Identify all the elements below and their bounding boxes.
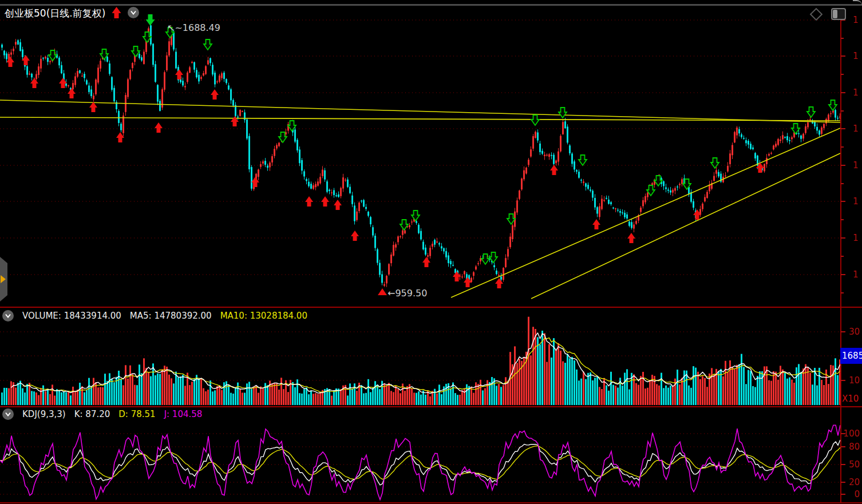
candles-layer [1, 22, 841, 287]
buy-signal-arrow-icon [321, 196, 329, 207]
axis-tick-label: 100 [843, 428, 860, 439]
sell-signal-arrow-icon [579, 155, 587, 165]
buy-signal-arrow-icon [550, 165, 558, 175]
high-price-annotation: ↖~1688.49 [167, 22, 220, 33]
chevron-down-icon [5, 412, 11, 416]
up-arrow-icon [112, 6, 121, 19]
buy-signal-arrow-icon [627, 233, 635, 243]
kdj-d-label: D: 78.51 [118, 409, 155, 419]
volume-scale-label: X10 [842, 394, 859, 404]
annotations-layer: ↖~1688.49←959.50 [167, 22, 427, 299]
axis-tick-label: 1 [853, 88, 859, 98]
down-arrow-icon [145, 14, 155, 26]
sell-signal-arrow-icon [288, 121, 296, 131]
buy-signal-arrow-icon [155, 122, 163, 133]
axis-tick-label: 1 [853, 233, 859, 243]
buy-signal-arrow-icon [59, 78, 67, 88]
axis-layer: 1111111130101008050200 [0, 15, 862, 503]
kdj-k-label: K: 87.20 [74, 409, 110, 419]
volume-ma5-label: MA5: 14780392.00 [130, 311, 212, 321]
low-price-annotation: ←959.50 [387, 288, 427, 299]
sell-signal-arrow-icon [792, 124, 800, 134]
kdj-j-label: J: 104.58 [164, 409, 203, 419]
axis-tick-label: 1 [853, 51, 859, 61]
low-point-triangle-marker [378, 288, 387, 295]
axis-tick-label: 1 [853, 196, 859, 207]
sell-signal-arrow-icon [143, 32, 151, 42]
sell-signal-arrow-icon [559, 108, 567, 118]
chart-title-bar: 创业板50(日线.前复权) [5, 6, 155, 20]
axis-tick-label: 1 [853, 160, 859, 170]
gridlines-layer [0, 20, 840, 494]
axis-tick-label: 1 [853, 124, 859, 134]
chevron-down-icon [130, 10, 137, 15]
sell-signal-arrow-icon [507, 214, 515, 224]
expand-panel-arrow-icon [1, 275, 6, 283]
axis-tick-label: 30 [849, 327, 860, 337]
axis-tick-label: 20 [849, 477, 860, 487]
kdj-panel-header: KDJ(9,3,3) K: 87.20 D: 78.51 J: 104.58 [2, 408, 202, 420]
sell-signal-arrow-icon [807, 107, 815, 117]
sell-signal-arrow-icon [204, 39, 212, 50]
buy-signal-arrow-icon [211, 89, 219, 100]
sidebar-expand-handle[interactable] [0, 257, 7, 301]
volume-ma10-line [23, 338, 840, 392]
axis-tick-label: 1 [853, 269, 859, 280]
sell-signal-arrow-icon [654, 176, 662, 186]
sell-signal-arrow-icon [489, 252, 497, 263]
buy-signal-arrow-icon [175, 69, 183, 80]
latest-price-badge: 1685 [840, 348, 862, 364]
stock-chart-app-window: ↖~1688.49←959.501111111130101008050200 创… [0, 0, 862, 504]
buy-signal-arrow-icon [453, 271, 461, 281]
toolbar-top-right [812, 8, 846, 20]
volume-ma10-label: MA10: 13028184.00 [220, 311, 307, 321]
axis-tick-label: 80 [849, 442, 860, 452]
buy-signal-arrow-icon [422, 257, 430, 267]
sell-signal-arrow-icon [132, 46, 140, 57]
buy-signal-arrow-icon [89, 102, 97, 112]
buy-signal-arrow-icon [592, 219, 600, 229]
diamond-icon[interactable] [810, 7, 823, 21]
signal-markers-layer [6, 27, 837, 288]
collapse-kdj-panel-button[interactable] [2, 408, 14, 420]
sell-signal-arrow-icon [49, 50, 57, 61]
buy-signal-arrow-icon [231, 116, 239, 126]
sell-signal-arrow-icon [711, 158, 719, 168]
kdj-name-label: KDJ(9,3,3) [22, 409, 66, 419]
axis-tick-label: 50 [849, 459, 860, 470]
collapse-volume-panel-button[interactable] [2, 310, 14, 322]
volume-panel-header: VOLUME: 18433914.00 MA5: 14780392.00 MA1… [2, 309, 307, 322]
buy-signal-arrow-icon [68, 88, 76, 98]
axis-tick-label: 10 [849, 375, 860, 386]
sell-signal-arrow-icon [412, 211, 420, 221]
split-panel-icon[interactable] [831, 8, 846, 20]
sell-signal-arrow-icon [400, 220, 408, 230]
kdj-lines-layer [0, 425, 840, 499]
volume-value-label: VOLUME: 18433914.00 [22, 311, 121, 321]
buy-signal-arrow-icon [6, 57, 14, 67]
sell-signal-arrow-icon [531, 115, 539, 125]
collapse-main-panel-button[interactable] [128, 7, 139, 18]
split-panel-fill [833, 10, 837, 18]
buy-signal-arrow-icon [251, 177, 259, 187]
buy-signal-arrow-icon [351, 231, 359, 241]
buy-signal-arrow-icon [305, 196, 313, 207]
buy-signal-arrow-icon [116, 132, 124, 142]
chart-canvas[interactable]: ↖~1688.49←959.501111111130101008050200 [0, 0, 862, 504]
axis-tick-label: 0 [854, 489, 860, 499]
chevron-down-icon [5, 313, 11, 318]
axis-tick-label: 1 [853, 15, 859, 25]
symbol-title: 创业板50(日线.前复权) [5, 6, 105, 20]
trendlines-layer [0, 100, 840, 299]
buy-signal-arrow-icon [464, 277, 472, 287]
